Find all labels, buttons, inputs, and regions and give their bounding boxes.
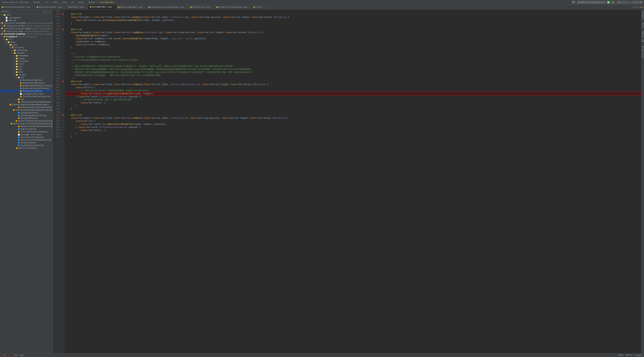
code-line[interactable]: } [66, 107, 641, 110]
tab-kqueue[interactable]: KQueueServerSocketChannel.java ✕ [147, 5, 188, 9]
tree-socket-channel[interactable]: 🔷 SocketChannel [0, 141, 52, 144]
tab-pooled-bytebuf[interactable]: PooledByteBuf.java ✕ [88, 5, 116, 9]
breadcrumb-io[interactable]: io [70, 1, 74, 4]
tab-server-socket-channel[interactable]: ServerSocketChannel.java ✕ [0, 5, 35, 9]
tree-channel[interactable]: ▼ 📁 channel [0, 52, 52, 54]
sort-icon[interactable]: ⇕ [48, 10, 49, 13]
expand-icon[interactable]: = [46, 10, 47, 13]
database-panel-tab[interactable]: Database [642, 10, 644, 20]
code-line[interactable]: class="kw">int readBytes = out.write(_in… [66, 37, 641, 40]
code-line[interactable]: // 客户端主动关闭连接，返回-1，触发对应的用户事件 [66, 98, 641, 101]
code-line[interactable]: class="kw">public class="kw">final class… [66, 16, 641, 19]
code-line[interactable]: @Override [66, 12, 641, 16]
code-line[interactable]: * 通过上述代码解读可知，当内存空间在PoolSubpage中分配成功 后，可以… [66, 64, 641, 68]
tree-inet-family[interactable]: 🔶 InternetProtocolFamily [0, 130, 52, 133]
tab-abstract-bytebuf[interactable]: AbstractByteBuf.java ✕ [116, 5, 147, 9]
close-tab-btn[interactable]: ✕ [212, 6, 213, 8]
breadcrumb-src[interactable]: src [44, 1, 50, 4]
tree-oio2[interactable]: ▶ 📁 oio [0, 98, 52, 100]
close-tab-btn[interactable]: ✕ [64, 6, 65, 8]
code-line[interactable]: } [66, 104, 641, 107]
tab-filec[interactable]: FileC... ✕ [252, 5, 269, 9]
tree-gitignore[interactable]: 📄 .gitignore [0, 16, 52, 19]
code-line[interactable]: class="kw">try { [66, 120, 641, 122]
code-line[interactable]: } [66, 132, 641, 135]
tab-bytebuffer-channel[interactable]: ByteBufferChannelRead.java ✕ [214, 5, 252, 9]
tree-oio[interactable]: ▶ 📁 oio [0, 68, 52, 71]
tree-datagram-config[interactable]: 🔷 DatagramChannelConfig [0, 114, 52, 117]
code-line[interactable]: } class="kw">catch (ClosedChannelExcepti… [66, 95, 641, 98]
tree-channel-output-exception[interactable]: 🔶 ChannelOutputShutdownException [0, 109, 52, 112]
tree-protocol-family[interactable]: 🔶 ProtocolFamilyConverter [0, 95, 52, 98]
tree-testsuite-shading[interactable]: ▶ 📦 testsuite-shading [netty-testsuite-s… [0, 32, 52, 35]
tree-nio-datagram-config[interactable]: 🔶 NioDatagramChannelConfig [0, 84, 52, 87]
close-tab-btn[interactable]: ✕ [114, 6, 114, 8]
tree-nio-server-socket[interactable]: 🔷 NioServerSocketChannel [0, 87, 52, 90]
tree-embedded[interactable]: ▶ 📁 embedded [0, 54, 52, 57]
tree-channel-input-complete[interactable]: 🔶 ChannelInputShutdownReadComple... [0, 103, 52, 106]
code-line[interactable]: checkReadableBytes(length); [66, 34, 641, 37]
code-line[interactable]: * 从channel 中读取数据并写入PooledByteBuf中 [66, 55, 641, 58]
tree-testsuite-native[interactable]: ▶ 📦 testsuite-native-image [netty-testsu… [0, 27, 52, 30]
tree-nio-datagram-channel[interactable]: 🔶 NioDatagramChannel [0, 82, 52, 84]
code-line[interactable]: @Override [66, 80, 641, 83]
tree-nio-socket[interactable]: ▼ 📁 nio [0, 76, 52, 79]
close-tab-btn[interactable]: ✕ [249, 6, 250, 8]
tree-datagram-channel[interactable]: 🔷 DatagramChannel [0, 112, 52, 114]
close-tab-btn[interactable]: ✕ [186, 6, 187, 8]
tree-duplex[interactable]: 🔷 DuplexChannel [0, 128, 52, 130]
tree-pom[interactable]: 📄 pom.xml [0, 19, 52, 22]
tree-main[interactable]: ▼ 📁 main [0, 41, 52, 44]
run-config-dropdown[interactable]: ByteBufferAllocateDirect [577, 1, 606, 4]
sync-icon[interactable]: ⚙ [44, 10, 45, 13]
close-tab-btn[interactable]: ✕ [32, 6, 33, 8]
code-line[interactable] [66, 49, 641, 52]
tree-testsuite-http2[interactable]: ▶ 📦 testsuite-http2 [netty-testsuite-htt… [0, 24, 52, 27]
breadcrumb-netty[interactable]: netty [77, 1, 85, 4]
code-line[interactable]: } [66, 22, 641, 25]
breadcrumb-setbytes[interactable] [118, 2, 120, 3]
code-line[interactable]: class="kw">public class="kw">final class… [66, 83, 641, 86]
code-line[interactable]: @Override [66, 28, 641, 31]
close-sidebar-icon[interactable]: ✕ [50, 10, 51, 13]
tree-socket[interactable]: ▼ 📁 socket [0, 73, 52, 76]
code-line[interactable]: } [66, 46, 641, 49]
tree-pkg-info2[interactable]: 📄 package-info.java [0, 133, 52, 136]
code-line[interactable] [66, 10, 641, 12]
code-line[interactable]: // 从NioSocketChannel 中读取的请求数据，并将写入PoolBy… [66, 89, 641, 92]
tree-default-socket[interactable]: 🔶 DefaultSocketChannelConfig [0, 125, 52, 128]
tree-channel-input-shutdown[interactable]: 🔶 ChannelInputShutdownEvent [0, 100, 52, 103]
tree-util[interactable]: ▶ 📁 util [0, 14, 52, 16]
code-line[interactable]: @Override [66, 114, 641, 116]
tree-group[interactable]: ▶ 📁 group [0, 57, 52, 60]
tree-testsuite-osgi[interactable]: ▶ 📦 testsuite-osgi [netty-testsuite-osgi… [0, 30, 52, 32]
tree-testsuite-autobahn[interactable]: ▶ 📦 testsuite-autobahn [netty-testsuite-… [0, 22, 52, 24]
code-line[interactable]: } [66, 135, 641, 138]
code-line[interactable]: class="kw">return -1; [66, 129, 641, 132]
tree-pool[interactable]: ▶ 📁 pool [0, 71, 52, 73]
close-tab-btn[interactable]: ✕ [85, 6, 86, 8]
tree-java[interactable]: ▼ 📁 java [0, 44, 52, 46]
code-editor[interactable]: @Override class="kw">public class="kw">f… [64, 10, 641, 353]
tree-abstract-channel[interactable]: 🔶 AbstractChannel [0, 147, 52, 150]
maven-panel-tab[interactable]: Maven [642, 22, 644, 29]
code-line[interactable]: class="kw">return readBytes; [66, 43, 641, 46]
tab-buffer-slice[interactable]: BufferSlice.java ✕ [188, 5, 214, 9]
tree-default-server[interactable]: 🔶 DefaultServerSocketChannelConfig [0, 122, 52, 125]
tree-socket-config[interactable]: 🔷 SocketChannelConfig [0, 144, 52, 147]
tree-package-info[interactable]: 📄 package-info.java [0, 92, 52, 95]
tree-default-datagram[interactable]: 🔶 DefaultDatagramChannelConfig [0, 120, 52, 122]
breadcrumb-java[interactable]: java [61, 1, 68, 4]
code-line[interactable]: class="kw">return in.read(internalNioBuf… [66, 92, 641, 95]
code-line[interactable]: * [66, 62, 641, 64]
run-button[interactable]: ▶ [607, 1, 610, 4]
tree-nio-socket-channel[interactable]: 🔶 NioSocketChannel [0, 90, 52, 92]
code-line[interactable]: class="kw">public class="kw">final class… [66, 116, 641, 120]
tree-transport[interactable]: ▼ 📦 transport [netty-transport] [0, 35, 52, 38]
tree-datagram-packet[interactable]: 🔶 DatagramPacket [0, 117, 52, 120]
code-line[interactable]: class="kw">return -1; [66, 101, 641, 104]
debug-button[interactable]: 🐛 [611, 1, 616, 4]
close-tab-btn[interactable]: ✕ [266, 6, 267, 8]
code-line[interactable]: * 取handler可以计算page的偏移量，也可以计算subpage的段在 p… [66, 68, 641, 71]
code-line[interactable] [66, 110, 641, 114]
